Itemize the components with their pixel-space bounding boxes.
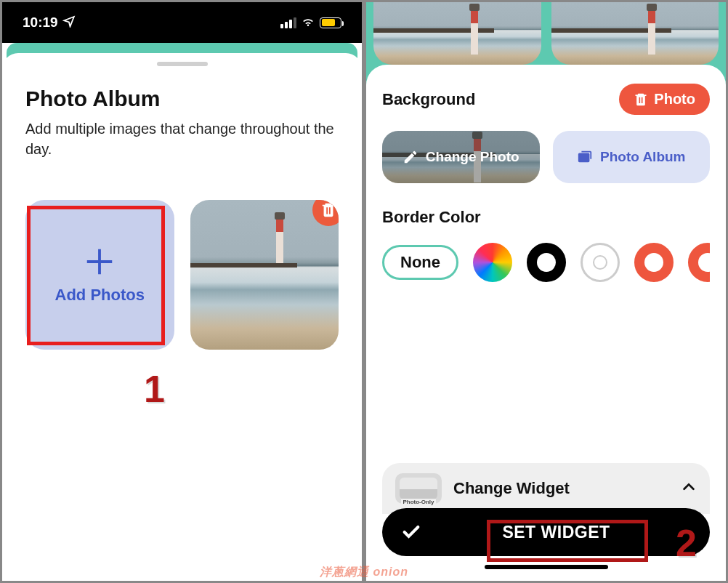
home-indicator[interactable] — [485, 565, 608, 569]
check-icon — [401, 522, 421, 542]
sheet-title: Photo Album — [25, 87, 339, 111]
border-color-swatch-white[interactable] — [581, 243, 620, 282]
widget-preview-strip — [366, 2, 726, 65]
widget-type-thumbnail: Photo-Only — [395, 473, 442, 504]
background-section-label: Background — [382, 90, 475, 109]
preview-thumb — [373, 2, 541, 65]
change-photo-button[interactable]: Change Photo — [382, 131, 540, 183]
trash-icon — [634, 92, 648, 107]
widget-config-sheet: Background Photo Change Photo Photo Albu… — [366, 65, 726, 581]
photo-album-button[interactable]: Photo Album — [553, 131, 711, 183]
border-color-section-label: Border Color — [382, 208, 710, 227]
trash-icon — [320, 202, 336, 218]
remove-photo-button[interactable]: Photo — [619, 84, 710, 115]
add-photos-button[interactable]: Add Photos — [25, 200, 174, 350]
set-widget-label: SET WIDGET — [421, 523, 691, 542]
remove-photo-label: Photo — [654, 91, 695, 108]
pencil-icon — [403, 149, 418, 165]
border-color-options: None — [382, 243, 710, 282]
plus-icon — [83, 245, 116, 278]
change-widget-label: Change Widget — [453, 479, 669, 498]
border-color-swatch-coral[interactable] — [634, 243, 674, 282]
status-bar: 10:19 — [2, 2, 362, 43]
change-widget-row[interactable]: Photo-Only Change Widget — [382, 463, 710, 514]
wifi-icon — [301, 15, 315, 31]
beach-image — [190, 200, 339, 350]
battery-icon — [320, 17, 341, 28]
annotation-step-1: 1 — [144, 367, 165, 411]
border-color-swatch-coral[interactable] — [688, 243, 710, 282]
watermark: 洋蔥網通 onion — [320, 565, 408, 580]
chevron-up-icon — [681, 479, 697, 498]
change-photo-label: Change Photo — [426, 149, 519, 165]
border-none-option[interactable]: None — [382, 245, 458, 280]
border-color-swatch-rainbow[interactable] — [473, 243, 512, 282]
left-screenshot: 10:19 Photo Album Add multiple images th… — [0, 0, 364, 583]
album-icon — [577, 149, 593, 165]
right-screenshot: Background Photo Change Photo Photo Albu… — [364, 0, 728, 583]
set-widget-button[interactable]: SET WIDGET — [382, 508, 710, 556]
photo-thumbnail[interactable] — [190, 200, 339, 350]
status-time: 10:19 — [23, 15, 58, 31]
sheet-subtitle: Add multiple images that change througho… — [25, 118, 339, 159]
annotation-step-2: 2 — [676, 521, 697, 565]
photo-album-sheet: Photo Album Add multiple images that cha… — [2, 53, 362, 581]
cellular-icon — [280, 17, 296, 28]
preview-thumb — [551, 2, 719, 65]
add-photos-label: Add Photos — [55, 286, 145, 305]
location-icon — [62, 15, 76, 31]
border-color-swatch-black[interactable] — [527, 243, 566, 282]
photo-album-label: Photo Album — [600, 149, 686, 165]
